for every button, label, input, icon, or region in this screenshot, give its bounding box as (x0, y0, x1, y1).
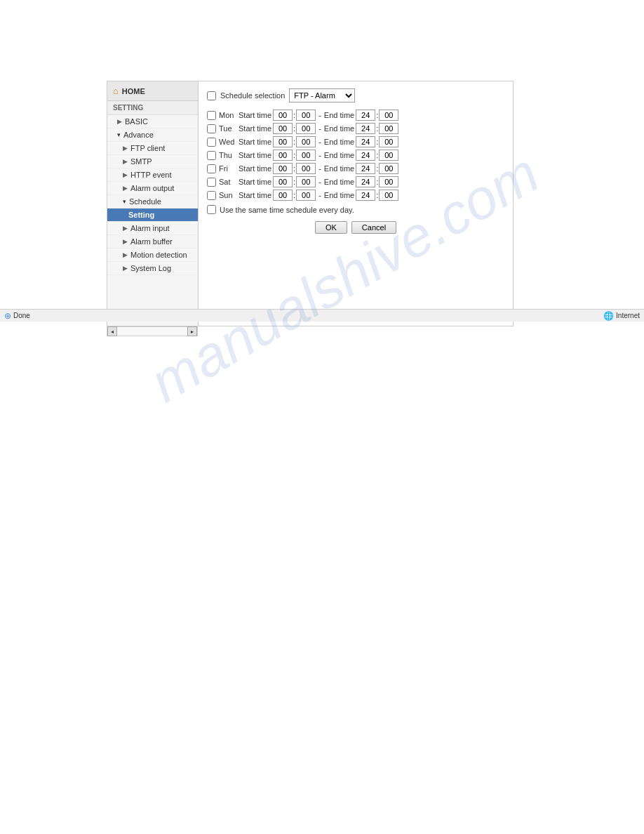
browser-statusbar: ⊕ Done 🌐 Internet (0, 309, 644, 322)
same-time-checkbox[interactable] (207, 205, 216, 214)
end-min-fri[interactable] (379, 163, 398, 174)
start-hour-sat[interactable] (273, 176, 293, 187)
start-min-sat[interactable] (296, 176, 316, 187)
arrow-icon-http: ▶ (123, 171, 128, 178)
sidebar-label-http: HTTP event (130, 171, 172, 179)
sidebar-label-alarm-buffer: Alarm buffer (130, 237, 173, 246)
sidebar-label-alarm-output: Alarm output (130, 184, 174, 192)
sidebar-item-system-log[interactable]: ▶ System Log (107, 262, 198, 275)
start-min-mon[interactable] (296, 110, 316, 121)
status-done-text: Done (13, 312, 30, 319)
end-time-label-fri: End time (324, 164, 354, 173)
day-row-sat: Sat Start time : - End time : (207, 176, 504, 187)
end-min-sun[interactable] (379, 190, 398, 201)
checkbox-tue[interactable] (207, 124, 216, 133)
start-min-wed[interactable] (296, 136, 316, 147)
sidebar-label-advance: Advance (123, 131, 154, 139)
end-hour-fri[interactable] (356, 163, 375, 174)
sidebar-item-alarm-buffer[interactable]: ▶ Alarm buffer (107, 235, 198, 249)
scroll-right-arrow[interactable]: ▸ (187, 326, 197, 336)
arrow-icon-syslog: ▶ (123, 265, 128, 272)
start-hour-wed[interactable] (273, 136, 293, 147)
sidebar-item-smtp[interactable]: ▶ SMTP (107, 155, 198, 168)
end-time-label-tue: End time (324, 124, 354, 133)
end-min-wed[interactable] (379, 136, 398, 147)
checkbox-fri[interactable] (207, 164, 216, 173)
sidebar-home[interactable]: ⌂ HOME (107, 81, 198, 101)
btn-row: OK Cancel (207, 221, 504, 234)
day-label-sun: Sun (219, 191, 239, 199)
cancel-button[interactable]: Cancel (351, 221, 396, 234)
status-zone-text: Internet (616, 312, 640, 319)
end-min-tue[interactable] (379, 123, 398, 134)
schedule-selection-dropdown[interactable]: FTP - Alarm Email - Alarm HTTP - Alarm (289, 88, 355, 102)
start-min-tue[interactable] (296, 123, 316, 134)
sidebar-item-alarm-input[interactable]: ▶ Alarm input (107, 222, 198, 235)
end-time-label-wed: End time (324, 138, 354, 146)
start-hour-tue[interactable] (273, 123, 293, 134)
end-time-label-mon: End time (324, 111, 354, 119)
end-hour-thu[interactable] (356, 150, 375, 161)
start-time-label-wed: Start time (239, 138, 271, 146)
sidebar-scrollbar[interactable]: ◂ ▸ (107, 326, 198, 336)
scroll-left-arrow[interactable]: ◂ (107, 326, 117, 336)
start-min-sun[interactable] (296, 190, 316, 201)
sidebar-item-advance[interactable]: ▾ Advance (107, 128, 198, 142)
same-time-label: Use the same time schedule every day. (220, 206, 354, 214)
schedule-selection-label: Schedule selection (220, 91, 285, 100)
start-time-label-sun: Start time (239, 191, 271, 199)
start-time-label-mon: Start time (239, 111, 271, 119)
start-time-label-thu: Start time (239, 151, 271, 159)
end-hour-mon[interactable] (356, 110, 375, 121)
sidebar-label-setting: Setting (128, 211, 154, 219)
end-min-sat[interactable] (379, 176, 398, 187)
start-min-fri[interactable] (296, 163, 316, 174)
start-hour-thu[interactable] (273, 150, 293, 161)
ok-button[interactable]: OK (315, 221, 347, 234)
sidebar-item-http-event[interactable]: ▶ HTTP event (107, 168, 198, 182)
end-min-mon[interactable] (379, 110, 398, 121)
start-min-thu[interactable] (296, 150, 316, 161)
checkbox-wed[interactable] (207, 138, 216, 147)
arrow-icon-alarm-input: ▶ (123, 225, 128, 232)
end-hour-wed[interactable] (356, 136, 375, 147)
checkbox-sat[interactable] (207, 178, 216, 187)
day-row-fri: Fri Start time : - End time : (207, 163, 504, 174)
start-time-label-fri: Start time (239, 164, 271, 173)
arrow-icon-ftp: ▶ (123, 145, 128, 152)
checkbox-sun[interactable] (207, 191, 216, 200)
day-label-sat: Sat (219, 178, 239, 186)
sidebar-home-label: HOME (122, 87, 145, 95)
start-time-label-tue: Start time (239, 124, 271, 133)
checkbox-mon[interactable] (207, 111, 216, 120)
start-hour-mon[interactable] (273, 110, 293, 121)
page-wrapper: manualshive.com ⌂ HOME SETTING ▶ BASIC ▾… (0, 0, 644, 834)
start-hour-sun[interactable] (273, 190, 293, 201)
checkbox-thu[interactable] (207, 151, 216, 160)
end-min-thu[interactable] (379, 150, 398, 161)
sidebar-label-syslog: System Log (130, 264, 171, 272)
start-hour-fri[interactable] (273, 163, 293, 174)
sidebar-item-setting[interactable]: Setting (107, 208, 198, 222)
day-row-tue: Tue Start time : - End time : (207, 123, 504, 134)
day-row-wed: Wed Start time : - End time : (207, 136, 504, 147)
sidebar-item-alarm-output[interactable]: ▶ Alarm output (107, 182, 198, 195)
sidebar-item-motion-detection[interactable]: ▶ Motion detection (107, 249, 198, 262)
sidebar-item-basic[interactable]: ▶ BASIC (107, 115, 198, 128)
day-label-thu: Thu (219, 151, 239, 159)
arrow-icon-motion: ▶ (123, 251, 128, 258)
arrow-icon-alarm-buffer: ▶ (123, 238, 128, 245)
sidebar-item-schedule[interactable]: ▾ Schedule (107, 195, 198, 208)
end-hour-sat[interactable] (356, 176, 375, 187)
sidebar-label-ftp: FTP client (130, 144, 165, 152)
arrow-icon-schedule: ▾ (123, 198, 126, 205)
day-label-wed: Wed (219, 138, 239, 146)
sidebar-item-ftp-client[interactable]: ▶ FTP client (107, 142, 198, 155)
end-hour-tue[interactable] (356, 123, 375, 134)
end-hour-sun[interactable] (356, 190, 375, 201)
scroll-track (117, 327, 187, 336)
home-icon: ⌂ (113, 86, 119, 96)
sidebar-label-basic: BASIC (125, 117, 148, 126)
end-time-label-sat: End time (324, 178, 354, 186)
schedule-selection-checkbox[interactable] (207, 91, 216, 100)
